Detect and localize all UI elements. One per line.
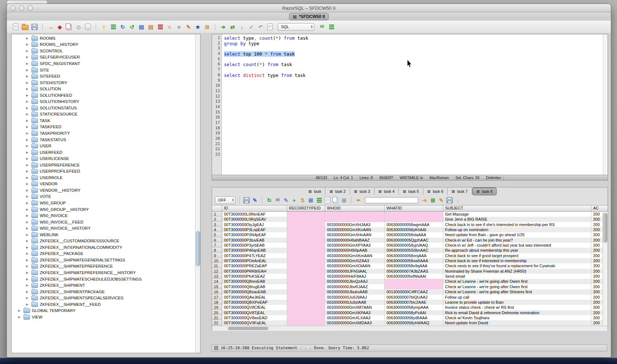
sidebar-item[interactable]: ▶ZKFEDEX__SHIPMATEPREFERENCE__HISTORY: [12, 269, 195, 276]
sidebar-item[interactable]: ▶VENDOR__HISTORY: [12, 187, 195, 194]
favorites-star-icon[interactable]: ★: [194, 23, 202, 31]
table-row[interactable]: 100T3000000L0RknEAFGet Massage200: [212, 212, 608, 217]
column-header[interactable]: SUBJECT: [443, 205, 591, 212]
execute-sql-icon[interactable]: [100, 23, 108, 31]
disclosure-triangle-icon[interactable]: ▶: [18, 309, 22, 312]
disclosure-triangle-icon[interactable]: ▶: [18, 315, 22, 319]
row-limit-select[interactable]: OFF ▲▼: [215, 196, 236, 204]
disclosure-triangle-icon[interactable]: ▶: [26, 226, 30, 230]
tab-close-icon[interactable]: ⊠: [379, 190, 382, 194]
book-orange-icon[interactable]: ▤: [147, 23, 155, 31]
results-tab[interactable]: ⊠task 4: [375, 188, 399, 195]
disclosure-triangle-icon[interactable]: ▶: [26, 258, 30, 262]
disclosure-triangle-icon[interactable]: ▶: [26, 195, 30, 198]
edit-row-icon[interactable]: ✎: [282, 197, 289, 204]
table-row[interactable]: 1000T3000000POeAnEAL0033000000GmXIZAA300…: [212, 258, 608, 263]
sidebar-item[interactable]: ▶ZKFEDEX__SHIPMENT__FEED: [12, 301, 195, 308]
disclosure-triangle-icon[interactable]: ▶: [26, 277, 30, 281]
copy-table-icon[interactable]: ⊞: [341, 197, 348, 204]
tree-scrollbar[interactable]: [195, 34, 200, 353]
connect-icon[interactable]: →: [47, 23, 54, 31]
column-header[interactable]: AC: [591, 205, 608, 212]
sidebar-item[interactable]: ▶TASK: [12, 117, 195, 124]
disclosure-triangle-icon[interactable]: ▶: [26, 163, 30, 167]
disclosure-triangle-icon[interactable]: ▶: [26, 68, 30, 72]
sidebar-item[interactable]: ▶USERROLE: [12, 174, 195, 181]
disclosure-triangle-icon[interactable]: ▶: [26, 233, 30, 237]
book-blue-icon[interactable]: ▤: [138, 23, 145, 31]
column-header[interactable]: WHOID: [325, 205, 385, 212]
disclosure-triangle-icon[interactable]: ▶: [26, 125, 30, 129]
disclosure-triangle-icon[interactable]: ▶: [26, 290, 30, 294]
sidebar-item[interactable]: ▶WEBLINK: [12, 231, 195, 238]
sidebar-item[interactable]: ▶ROOMS__HISTORY: [12, 42, 195, 48]
rollback-icon[interactable]: ↶: [257, 23, 264, 31]
sidebar-item[interactable]: ▶VENDOR: [12, 181, 195, 187]
sidebar-item[interactable]: ▶USERPREFERENCE: [12, 162, 195, 168]
disclosure-triangle-icon[interactable]: ▶: [26, 208, 30, 211]
disclosure-triangle-icon[interactable]: ▶: [26, 169, 30, 173]
sidebar-item[interactable]: ▶USERFEED: [12, 149, 195, 156]
sidebar-item[interactable]: ▶ZKFEDEX__SHIPMATEPREFERENCE: [12, 263, 195, 270]
sidebar-item[interactable]: ▶SITEFEED: [12, 73, 195, 79]
red-list-icon[interactable]: [156, 23, 164, 31]
sidebar-item[interactable]: ▶ZKFEDEX__CUSTOMADDRESSSOURCE: [12, 238, 195, 244]
execute-fetch-icon[interactable]: ↓: [238, 23, 246, 31]
disclosure-triangle-icon[interactable]: ▶: [26, 157, 30, 160]
disclosure-triangle-icon[interactable]: ▶: [26, 303, 30, 306]
format-sql-icon[interactable]: ≡: [175, 23, 183, 31]
disclosure-triangle-icon[interactable]: ▶: [26, 246, 30, 249]
table-row[interactable]: 900T3000000P47LYEAZ0033000000GmXKmAAN006…: [212, 253, 608, 258]
sidebar-item[interactable]: ▶W50_INVOICE__HISTORY: [12, 225, 195, 231]
save-results-icon[interactable]: [243, 197, 250, 204]
disclosure-triangle-icon[interactable]: ▶: [26, 94, 30, 97]
table-row[interactable]: 2000T3000000QV8TjEAL0033000000GmXKPAA300…: [212, 310, 608, 315]
copy-pages-icon[interactable]: [65, 23, 73, 31]
sidebar-item[interactable]: ▶ZKFEDEX__SHIPMENTPACKAGE: [12, 289, 195, 295]
results-tab[interactable]: ⊠task 3: [350, 188, 375, 195]
edit-sql-icon[interactable]: ✎: [185, 23, 192, 31]
disclosure-triangle-icon[interactable]: ▶: [26, 214, 30, 217]
sidebar-item[interactable]: ▶SELFSERVICEUSER: [12, 54, 195, 61]
sidebar-item[interactable]: ▶ZKFEDEX__PACKAGE: [12, 251, 195, 257]
disclosure-triangle-icon[interactable]: ▶: [26, 119, 30, 122]
refresh-blue-icon[interactable]: ↻: [119, 23, 126, 31]
sidebar-item[interactable]: ▶USERLICENSE: [12, 155, 195, 162]
disclosure-triangle-icon[interactable]: ▶: [26, 220, 30, 224]
edit-results-icon[interactable]: ✎: [251, 197, 258, 204]
results-tab[interactable]: ⊠task 8: [472, 187, 497, 195]
disclosure-triangle-icon[interactable]: ▶: [26, 239, 30, 243]
results-tab[interactable]: ⊠task 6: [423, 188, 448, 195]
column-header[interactable]: [212, 205, 222, 212]
save-grid-icon[interactable]: [446, 197, 453, 204]
sidebar-item[interactable]: ▶GLOBAL TEMPORARY: [12, 308, 195, 314]
sidebar-item[interactable]: ▶SOLUTIONHISTORY: [12, 98, 195, 105]
disclosure-triangle-icon[interactable]: ▶: [26, 36, 30, 40]
save-icon[interactable]: [31, 23, 38, 31]
disclosure-triangle-icon[interactable]: ▶: [26, 106, 30, 110]
sidebar-item[interactable]: ▶VOTE: [12, 194, 195, 200]
sidebar-item[interactable]: ▶ZKFEDEX__SHIPMATEGENERALSETTINGS: [12, 257, 195, 263]
disclosure-triangle-icon[interactable]: ▶: [26, 138, 30, 142]
copy-results-icon[interactable]: [332, 197, 339, 204]
document-tab[interactable]: ⊠ *SFDCW50 II: [289, 13, 329, 20]
disclosure-triangle-icon[interactable]: ▶: [26, 151, 30, 154]
sidebar-item[interactable]: ▶SOLUTIONFEED: [12, 92, 195, 99]
sidebar-item[interactable]: ▶USERPROFILEFEED: [12, 168, 195, 174]
disclosure-triangle-icon[interactable]: ▶: [26, 87, 30, 91]
table-row[interactable]: 2200T3000000QV9FaEAL0033000000GmXMDAA300…: [212, 320, 608, 325]
statement-type-select[interactable]: SQL ▲▼: [278, 23, 314, 31]
table-row[interactable]: 1400T3000000Q8rexEAB0033000000JbvQzAAJCh…: [212, 279, 608, 284]
sidebar-item[interactable]: ▶W50_INVOICE: [12, 212, 195, 219]
sidebar-item[interactable]: ▶SOLUTION: [12, 86, 195, 92]
sidebar-item[interactable]: ▶ZKFEDEX__INTERNATIONALCOMMODITY: [12, 244, 195, 251]
table-row[interactable]: 1500T3000000Q8rugEAB0033000000JbvRJAAZCh…: [212, 284, 608, 289]
tab-close-icon[interactable]: ⊠: [293, 14, 297, 19]
disclosure-triangle-icon[interactable]: ▶: [26, 201, 30, 205]
table-row[interactable]: 200T3000000L0RqSEAVGive Jenn a BIG RAISE…: [212, 217, 608, 222]
sidebar-item[interactable]: ▶ZKFEDEX__SHIPMENT: [12, 282, 195, 289]
disclosure-triangle-icon[interactable]: ▶: [26, 264, 30, 268]
execute-statement-icon[interactable]: ➔: [219, 23, 227, 31]
sort-rows-icon[interactable]: ⇅: [299, 197, 306, 204]
disconnect-icon[interactable]: ◆: [56, 23, 64, 31]
